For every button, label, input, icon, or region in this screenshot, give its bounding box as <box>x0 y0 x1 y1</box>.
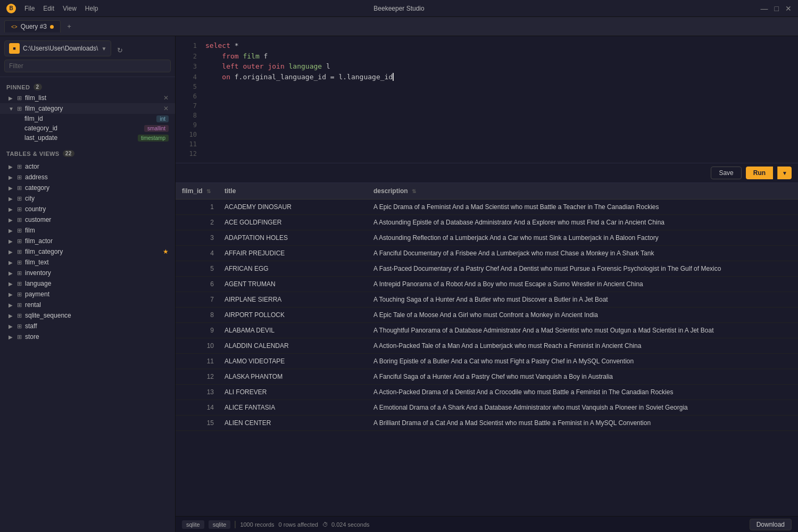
refresh-button[interactable]: ↻ <box>113 44 126 56</box>
app-title: Beekeeper Studio <box>373 5 424 12</box>
cell-title: ALIEN CENTER <box>218 415 367 431</box>
code-line-8: 8 <box>176 111 798 120</box>
cell-title: AIRPORT POLLOCK <box>218 307 367 323</box>
arrow-icon: ▶ <box>9 313 14 319</box>
cell-title: ACE GOLDFINGER <box>218 215 367 230</box>
cell-desc: A Epic Drama of a Feminist And a Mad Sci… <box>367 200 798 215</box>
table-row[interactable]: 9 ALABAMA DEVIL A Thoughtful Panorama of… <box>176 323 798 338</box>
cell-title: AFFAIR PREJUDICE <box>218 246 367 261</box>
col-header-description[interactable]: description ⇅ <box>367 183 798 200</box>
arrow-icon: ▶ <box>9 185 14 191</box>
results-table-wrap[interactable]: film_id ⇅ title description ⇅ 1 ACADEMY … <box>176 183 798 516</box>
sidebar-item-film-category[interactable]: ▼ ⊞ film_category ✕ <box>0 103 175 114</box>
sidebar-item-film-list[interactable]: ▶ ⊞ film_list ✕ <box>0 93 175 103</box>
pin-icon: ★ <box>163 248 169 255</box>
pinned-count-badge: 2 <box>34 84 42 90</box>
menu-file[interactable]: File <box>24 5 35 12</box>
sidebar-item-address[interactable]: ▶ ⊞ address <box>0 172 175 182</box>
menu-view[interactable]: View <box>63 5 77 12</box>
arrow-icon: ▶ <box>9 174 14 180</box>
table-icon: ⊞ <box>17 312 22 319</box>
table-icon: ⊞ <box>17 163 22 170</box>
col-header-film-id[interactable]: film_id ⇅ <box>176 183 218 200</box>
statusbar-left: sqlite sqlite 1000 records 0 rows affect… <box>182 520 370 529</box>
table-row[interactable]: 2 ACE GOLDFINGER A Astounding Epistle of… <box>176 215 798 230</box>
table-row[interactable]: 1 ACADEMY DINOSAUR A Epic Drama of a Fem… <box>176 200 798 215</box>
query-tab[interactable]: <> Query #3 <box>4 20 61 32</box>
db-dropdown-icon: ▼ <box>101 46 106 52</box>
sidebar-item-language[interactable]: ▶ ⊞ language <box>0 278 175 289</box>
table-row[interactable]: 11 ALAMO VIDEOTAPE A Boring Epistle of a… <box>176 354 798 369</box>
code-line-6: 6 <box>176 92 798 101</box>
save-button[interactable]: Save <box>711 167 741 179</box>
sidebar-item-staff[interactable]: ▶ ⊞ staff <box>0 321 175 331</box>
cell-id: 12 <box>176 369 218 385</box>
db-selector[interactable]: ■ C:\Users\User\Downloads\ ▼ <box>4 40 111 56</box>
table-row[interactable]: 10 ALADDIN CALENDAR A Action-Packed Tale… <box>176 338 798 354</box>
table-row[interactable]: 3 ADAPTATION HOLES A Astounding Reflecti… <box>176 230 798 246</box>
code-editor[interactable]: 1 select * 2 from film f 3 left outer jo… <box>176 36 798 163</box>
cell-desc: A Touching Saga of a Hunter And a Butler… <box>367 292 798 307</box>
table-row[interactable]: 12 ALASKA PHANTOM A Fanciful Saga of a H… <box>176 369 798 385</box>
tab-label: Query #3 <box>21 23 47 30</box>
close-button[interactable]: ✕ <box>785 4 792 13</box>
sidebar-item-customer[interactable]: ▶ ⊞ customer <box>0 214 175 225</box>
table-row[interactable]: 4 AFFAIR PREJUDICE A Fanciful Documentar… <box>176 246 798 261</box>
cell-title: ALAMO VIDEOTAPE <box>218 354 367 369</box>
sidebar-item-store[interactable]: ▶ ⊞ store <box>0 331 175 342</box>
titlebar-left: B File Edit View Help <box>6 4 98 13</box>
arrow-icon: ▶ <box>9 196 14 202</box>
results-table: film_id ⇅ title description ⇅ 1 ACADEMY … <box>176 183 798 431</box>
sort-icon: ⇅ <box>412 188 416 194</box>
table-row[interactable]: 13 ALI FOREVER A Action-Packed Drama of … <box>176 385 798 400</box>
maximize-button[interactable]: □ <box>775 4 779 13</box>
sidebar-item-category[interactable]: ▶ ⊞ category <box>0 182 175 193</box>
sidebar-item-sqlite-sequence[interactable]: ▶ ⊞ sqlite_sequence <box>0 310 175 321</box>
cell-id: 11 <box>176 354 218 369</box>
sidebar-item-country[interactable]: ▶ ⊞ country <box>0 204 175 214</box>
arrow-icon: ▶ <box>9 334 14 340</box>
table-row[interactable]: 14 ALICE FANTASIA A Emotional Drama of a… <box>176 400 798 415</box>
menu-help[interactable]: Help <box>85 5 98 12</box>
run-dropdown-button[interactable]: ▼ <box>777 167 792 179</box>
cell-desc: A Astounding Reflection of a Lumberjack … <box>367 230 798 246</box>
download-button[interactable]: Download <box>750 519 792 530</box>
sidebar-item-actor[interactable]: ▶ ⊞ actor <box>0 161 175 172</box>
table-icon: ⊞ <box>17 227 22 234</box>
sidebar-item-city[interactable]: ▶ ⊞ city <box>0 193 175 204</box>
close-icon[interactable]: ✕ <box>163 94 169 102</box>
pinned-section: PINNED 2 ▶ ⊞ film_list ✕ ▼ ⊞ film_catego… <box>0 77 175 147</box>
cell-title: AGENT TRUMAN <box>218 277 367 292</box>
run-button[interactable]: Run <box>746 167 773 179</box>
table-icon: ⊞ <box>17 302 22 309</box>
cell-title: ADAPTATION HOLES <box>218 230 367 246</box>
close-icon[interactable]: ✕ <box>163 105 169 112</box>
sidebar-item-inventory[interactable]: ▶ ⊞ inventory <box>0 268 175 278</box>
arrow-icon: ▶ <box>9 281 14 287</box>
table-row[interactable]: 7 AIRPLANE SIERRA A Touching Saga of a H… <box>176 292 798 307</box>
sidebar-item-film-category-table[interactable]: ▶ ⊞ film_category ★ <box>0 246 175 257</box>
code-line-10: 10 <box>176 130 798 139</box>
menu-edit[interactable]: Edit <box>43 5 54 12</box>
sidebar-item-film-actor[interactable]: ▶ ⊞ film_actor <box>0 236 175 246</box>
cell-title: ALABAMA DEVIL <box>218 323 367 338</box>
filter-input[interactable] <box>4 60 171 72</box>
cell-title: ALADDIN CALENDAR <box>218 338 367 354</box>
time-info: ⏱ 0.024 seconds <box>322 521 370 528</box>
sidebar-item-rental[interactable]: ▶ ⊞ rental <box>0 300 175 310</box>
cell-desc: A Emotional Drama of a A Shark And a Dat… <box>367 400 798 415</box>
col-header-title[interactable]: title <box>218 183 367 200</box>
table-row[interactable]: 15 ALIEN CENTER A Brilliant Drama of a C… <box>176 415 798 431</box>
sidebar-item-film-text[interactable]: ▶ ⊞ film_text <box>0 257 175 268</box>
table-row[interactable]: 5 AFRICAN EGG A Fast-Paced Documentary o… <box>176 261 798 277</box>
sidebar-item-payment[interactable]: ▶ ⊞ payment <box>0 289 175 300</box>
minimize-button[interactable]: — <box>761 4 768 13</box>
cell-desc: A Brilliant Drama of a Cat And a Mad Sci… <box>367 415 798 431</box>
sidebar-item-film[interactable]: ▶ ⊞ film <box>0 225 175 236</box>
table-row[interactable]: 6 AGENT TRUMAN A Intrepid Panorama of a … <box>176 277 798 292</box>
cell-id: 9 <box>176 323 218 338</box>
db-path: C:\Users\User\Downloads\ <box>23 45 98 52</box>
column-film-id: film_id int <box>0 114 175 123</box>
table-row[interactable]: 8 AIRPORT POLLOCK A Epic Tale of a Moose… <box>176 307 798 323</box>
add-tab-button[interactable]: + <box>63 20 76 33</box>
